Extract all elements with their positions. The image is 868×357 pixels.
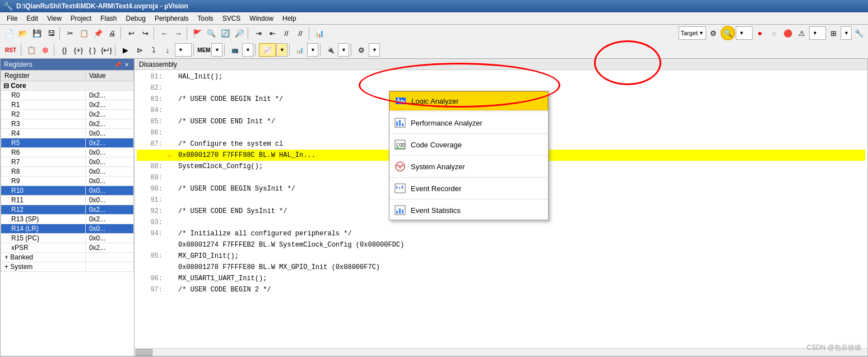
cut-btn[interactable]: ✂ [63,26,77,40]
dropdown-item-performance-analyzer[interactable]: Performance Analyzer [389,113,548,132]
indent-btn[interactable]: ⇥ [252,26,265,40]
warning-btn[interactable]: ⚠ [795,26,809,40]
dbg-btn2[interactable]: ⊗ [39,43,52,57]
step-over-btn[interactable]: ⤵ [147,43,160,57]
debug-dropdown[interactable]: ▼ [736,26,753,40]
trace-dropdown[interactable]: ▼ [307,43,318,57]
menu-flash[interactable]: Flash [96,12,121,24]
record-btn[interactable]: ○ [767,26,781,40]
analyzer-btn[interactable]: 📈 [259,43,276,57]
nav-fwd-btn[interactable]: → [171,26,185,40]
menu-file[interactable]: File [2,12,22,24]
reg-close-btn[interactable]: ✕ [123,61,131,68]
debug-settings-btn[interactable]: ⚙ [355,43,368,57]
analyzer-dropdown-btn[interactable]: ▼ [276,43,287,57]
target-select[interactable]: Target▼ [679,26,707,40]
table-row[interactable]: R100x0... [1,186,134,196]
table-row[interactable]: R00x2... [1,91,134,100]
dropdown-item-event-statistics[interactable]: Event Statistics [389,201,548,220]
replace-btn[interactable]: 🔄 [219,26,232,40]
debug-btn[interactable]: 🔍 [721,26,735,40]
table-row[interactable]: + Banked [1,253,134,262]
line-num: 96: [139,275,167,282]
serial-win-btn[interactable]: 📺 [228,43,242,57]
run-btn[interactable]: ▶ [119,43,132,57]
step-dropdown[interactable]: ▼ [175,43,192,57]
stop-btn[interactable]: ● [753,26,767,40]
tools-btn[interactable]: 🔧 [852,26,866,40]
table-row[interactable]: R70x0... [1,157,134,167]
dropdown-item-logic-analyzer[interactable]: Logic Analyzer [389,91,548,110]
comment-btn[interactable]: // [280,26,293,40]
dropdown-item-system-analyzer[interactable]: System Analyzer [389,157,548,176]
save-all-btn[interactable]: 🖫 [44,26,58,40]
mem-win-btn[interactable]: MEM [197,43,211,57]
step-btn2[interactable]: {+} [72,43,85,57]
menu-view[interactable]: View [43,12,66,24]
find-btn[interactable]: 🔎 [233,26,246,40]
menu-svcs[interactable]: SVCS [218,12,245,24]
target-options-btn[interactable]: ⚙ [707,26,720,40]
serial-dropdown[interactable]: ▼ [242,43,253,57]
table-row[interactable]: R20x2... [1,110,134,119]
step-btn4[interactable]: {↩} [100,43,113,57]
step-btn3[interactable]: { } [86,43,99,57]
dropdown-item-code-coverage[interactable]: CODE Code Coverage [389,135,548,154]
table-row[interactable]: R90x0... [1,177,134,186]
periph-dropdown[interactable]: ▼ [338,43,349,57]
table-row[interactable]: R50x2... [1,138,134,148]
new-file-btn[interactable]: 📄 [2,26,16,40]
table-row[interactable]: R30x2... [1,119,134,129]
redo-btn[interactable]: ↪ [138,26,152,40]
trace-btn[interactable]: 📊 [293,43,307,57]
table-row[interactable]: R40x0... [1,129,134,138]
table-row[interactable]: R15 (PC)0x0... [1,234,134,243]
table-row[interactable]: R60x0... [1,148,134,157]
reg-name: R8 [1,167,86,177]
nav-back-btn[interactable]: ← [157,26,171,40]
save-btn[interactable]: 💾 [30,26,44,40]
print-btn[interactable]: 🖨 [105,26,119,40]
run-to-btn[interactable]: ⊳ [133,43,146,57]
table-row[interactable]: + System [1,262,134,272]
rst-btn[interactable]: RST [2,43,19,57]
paste-btn[interactable]: 📌 [91,26,105,40]
layout-dropdown[interactable]: ▼ [841,26,852,40]
dbg-settings-dropdown[interactable]: ▼ [369,43,380,57]
bookmark-btn[interactable]: 🚩 [191,26,204,40]
undo-btn[interactable]: ↩ [124,26,138,40]
table-row[interactable]: R14 (LR)0x0... [1,224,134,234]
dbg-btn1[interactable]: 📋 [25,43,38,57]
menu-peripherals[interactable]: Peripherals [150,12,193,24]
search-btn[interactable]: 🔍 [205,26,218,40]
menu-help[interactable]: Help [278,12,301,24]
unindent-btn[interactable]: ⇤ [266,26,279,40]
disassembly-scrollbar[interactable] [134,348,867,356]
table-row[interactable]: R10x2... [1,100,134,110]
menu-edit[interactable]: Edit [22,12,43,24]
menu-window[interactable]: Window [245,12,278,24]
chart-btn[interactable]: 📊 [313,26,326,40]
menu-project[interactable]: Project [66,12,96,24]
uncomment-btn[interactable]: // [294,26,307,40]
menu-tools[interactable]: Tools [193,12,218,24]
step-into-btn[interactable]: ↓ [161,43,174,57]
table-row[interactable]: R13 (SP)0x2... [1,215,134,224]
scrollbar-thumb[interactable] [136,349,152,356]
table-row[interactable]: R80x0... [1,167,134,177]
copy-btn[interactable]: 📋 [77,26,91,40]
warn-dropdown[interactable]: ▼ [809,26,826,40]
mem-dropdown[interactable]: ▼ [211,43,222,57]
peripherals-btn[interactable]: 🔌 [324,43,337,57]
table-row[interactable]: R110x0... [1,196,134,205]
table-row[interactable]: xPSR0x2... [1,243,134,253]
dropdown-item-event-recorder[interactable]: Event Recorder [389,179,548,198]
step-btn1[interactable]: {} [58,43,71,57]
menu-debug[interactable]: Debug [122,12,150,24]
reg-pin-btn[interactable]: 📌 [114,61,122,68]
table-row[interactable]: R120x2... [1,205,134,215]
layout-btn[interactable]: ⊞ [827,26,840,40]
table-row[interactable]: ⊟ Core [1,81,134,91]
open-btn[interactable]: 📂 [16,26,30,40]
error-btn[interactable]: 🔴 [781,26,795,40]
